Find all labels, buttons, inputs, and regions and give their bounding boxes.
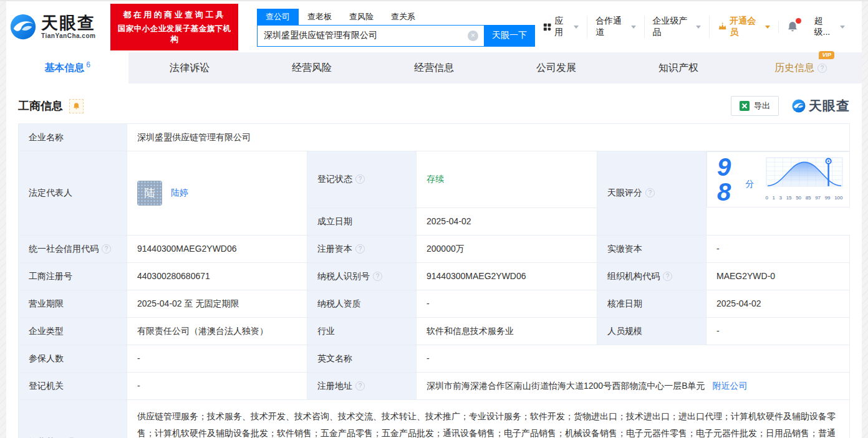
brand-domain: TianYanCha.com [41,32,95,39]
help-icon[interactable]: ? [355,244,365,254]
nav-open-vip[interactable]: 开通会员 [709,16,778,38]
tianyancha-watermark: 天眼查 [791,97,850,115]
nav-apps[interactable]: 应用 [535,16,587,38]
search-tabs: 查公司 查老板 查风险 查关系 [257,9,535,25]
paid-capital-value: - [706,235,850,262]
tab-operation-risk[interactable]: 经营风险 [251,52,373,83]
taxpayer-quality-label: 纳税人资质 [307,290,417,317]
table-row: 参保人数 - 英文名称 - [19,345,850,372]
score-axis-ticks: 01 315 5085 9799 100 [766,194,843,202]
help-icon[interactable]: ? [355,174,365,184]
chevron-down-icon [696,26,701,29]
search-module: 查公司 查老板 查风险 查关系 × 天眼一下 [257,9,535,47]
search-tab-company[interactable]: 查公司 [257,9,299,25]
avatar[interactable]: 陆 [137,181,162,206]
help-icon[interactable]: ? [102,244,111,254]
company-tabbar: 基本信息 6 法律诉讼 经营风险 经营信息 公司发展 知识产权 历史信息 VIP… [6,52,862,83]
search-tab-risk[interactable]: 查风险 [340,9,382,25]
table-row: 统一社会信用代码? 91440300MAEG2YWD06 注册资本? 20000… [19,235,850,262]
tab-count-badge: 6 [86,60,90,69]
help-icon[interactable]: ? [817,64,827,73]
business-term-label: 营业期限 [19,290,127,317]
score-value: 98 [717,155,744,204]
industry-value: 软件和信息技术服务业 [417,317,597,345]
chevron-down-icon [631,26,636,29]
site-header: 天眼查 TianYanCha.com 都在用的商业查询工具 国家中小企业发展子基… [6,1,862,52]
header-nav: 应用 合作通道 企业级产品 开通会员 [535,16,862,38]
help-icon[interactable]: ? [355,381,365,391]
tab-basic-info[interactable]: 基本信息 6 [6,52,128,83]
tab-history-info[interactable]: 历史信息 VIP ? [740,52,862,83]
tab-legal-litigation[interactable]: 法律诉讼 [128,52,251,83]
business-term-value: 2025-04-02 至 无固定期限 [127,290,307,317]
table-row: 经营范围? 供应链管理服务；技术服务、技术开发、技术咨询、技术交流、技术转让、技… [19,399,850,438]
chevron-down-icon [574,26,579,29]
establish-date-value: 2025-04-02 [417,207,597,235]
business-scope-label: 经营范围 [29,436,64,438]
search-tab-relation[interactable]: 查关系 [382,9,424,25]
tab-business-info[interactable]: 经营信息 [373,52,495,83]
slogan-line1: 都在用的商业查询工具 [117,9,232,21]
insured-count-value: - [127,345,307,372]
table-row: 营业期限 2025-04-02 至 无固定期限 纳税人资质 - 核准日期 202… [19,290,850,317]
slogan-line2: 国家中小企业发展子基金旗下机构 [117,24,232,45]
staff-size-label: 人员规模 [597,317,706,345]
tianyancha-logo[interactable]: 天眼查 TianYanCha.com [9,12,95,41]
notification-bell[interactable] [778,21,806,33]
nav-enterprise-products[interactable]: 企业级产品 [644,16,709,38]
reg-address-value: 深圳市前海深港合作区南山街道怡海大道1200号西部物流中心一层B单元 [427,381,705,391]
tianyancha-logo-icon [791,98,806,113]
reg-number-value: 440300280680671 [127,262,307,290]
search-button[interactable]: 天眼一下 [484,25,535,47]
table-row: 法定代表人 陆 陆婷 登记状态? 存续 天眼评分? 98 分 [19,151,850,208]
bell-icon [72,102,80,110]
approval-date-value: 2025-04-02 [706,290,850,317]
tab-intellectual-property[interactable]: 知识产权 [617,52,740,83]
help-icon[interactable]: ? [373,272,382,281]
tab-company-development[interactable]: 公司发展 [495,52,617,83]
reg-status-label: 登记状态 [317,173,352,186]
reg-capital-label: 注册资本 [317,242,352,255]
english-name-value: - [417,345,850,372]
search-input[interactable] [257,25,484,47]
nearby-companies-link[interactable]: 附近公司 [712,381,747,391]
credit-code-value: 91440300MAEG2YWD06 [127,235,307,262]
taxpayer-id-label: 纳税人识别号 [317,270,370,283]
notification-dot [796,18,801,24]
legal-rep-label: 法定代表人 [19,151,127,236]
industry-label: 行业 [307,317,417,345]
section-title: 工商信息 [18,98,63,113]
search-tab-boss[interactable]: 查老板 [299,9,340,25]
english-name-label: 英文名称 [307,345,417,372]
reg-address-label: 注册地址 [317,379,352,393]
company-type-value: 有限责任公司（港澳台法人独资） [127,317,307,345]
table-row: 登记机关 - 注册地址? 深圳市前海深港合作区南山街道怡海大道1200号西部物流… [19,372,850,399]
score-label: 天眼评分 [607,186,642,199]
help-icon[interactable]: ? [663,272,672,281]
monitor-bell-button[interactable] [69,99,84,113]
reg-authority-value: - [127,372,307,399]
business-info-table: 企业名称 深圳盛盟供应链管理有限公司 法定代表人 陆 陆婷 登记状态? 存续 天… [18,123,850,438]
tianyancha-logo-icon [9,12,37,41]
company-name-label: 企业名称 [19,124,127,151]
establish-date-label: 成立日期 [307,207,417,235]
nav-cooperation[interactable]: 合作通道 [587,16,644,38]
chevron-down-icon [840,26,845,29]
legal-rep-link[interactable]: 陆婷 [171,186,188,199]
nav-user-menu[interactable]: 超级... [806,16,853,38]
company-type-label: 企业类型 [19,317,127,345]
clear-icon[interactable]: × [468,31,478,41]
export-button[interactable]: 导出 [731,96,779,116]
section-header: 工商信息 导出 [18,96,850,116]
org-code-value: MAEG2YWD-0 [706,262,850,290]
table-row: 企业名称 深圳盛盟供应链管理有限公司 [19,124,850,151]
table-row: 企业类型 有限责任公司（港澳台法人独资） 行业 软件和信息技术服务业 人员规模 … [19,317,850,345]
help-icon[interactable]: ? [645,188,655,198]
table-row: 工商注册号 440300280680671 纳税人识别号? 91440300MA… [19,262,850,290]
slogan-banner: 都在用的商业查询工具 国家中小企业发展子基金旗下机构 [110,4,238,50]
org-code-label: 组织机构代码 [607,270,660,283]
company-name-value: 深圳盛盟供应链管理有限公司 [127,124,850,151]
apps-grid-icon [543,22,551,32]
page-container: 天眼查 TianYanCha.com 都在用的商业查询工具 国家中小企业发展子基… [6,1,862,438]
chevron-down-icon [765,26,770,29]
